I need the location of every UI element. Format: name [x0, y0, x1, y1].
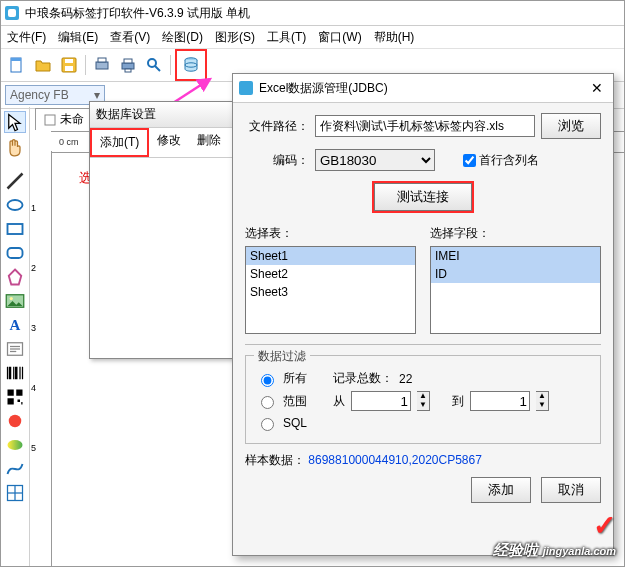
window-titlebar: 中琅条码标签打印软件-V6.3.9 试用版 单机 — [1, 1, 624, 26]
svg-rect-3 — [65, 66, 73, 71]
svg-rect-1 — [11, 58, 21, 61]
zoom-icon[interactable] — [142, 53, 166, 77]
menu-help[interactable]: 帮助(H) — [374, 29, 415, 46]
menu-view[interactable]: 查看(V) — [110, 29, 150, 46]
dialog-title: Excel数据源管理(JDBC) — [259, 80, 388, 97]
list-item[interactable]: Sheet2 — [246, 265, 415, 283]
svg-rect-40 — [45, 115, 55, 125]
watermark-check-icon: ✓ — [593, 509, 616, 542]
image-tool-icon[interactable] — [5, 291, 25, 311]
list-item[interactable]: Sheet1 — [246, 247, 415, 265]
db-add-highlight: 添加(T) — [90, 128, 149, 157]
open-icon[interactable] — [31, 53, 55, 77]
hand-tool-icon[interactable] — [5, 137, 25, 157]
ok-button[interactable]: 添加 — [471, 477, 531, 503]
db-settings-popup: 数据库设置 添加(T) 修改 删除 — [89, 101, 241, 359]
sample-value: 869881000044910,2020CP5867 — [308, 453, 482, 467]
app-icon — [5, 6, 19, 20]
svg-line-11 — [155, 66, 160, 71]
grid-tool-icon[interactable] — [5, 483, 25, 503]
roundrect-tool-icon[interactable] — [5, 243, 25, 263]
filter-group: 数据过滤 所有 记录总数： 22 范围 从 ▲▼ 到 ▲▼ — [245, 355, 601, 444]
encoding-label: 编码： — [245, 152, 309, 169]
list-item[interactable]: IMEI — [431, 247, 600, 265]
menu-file[interactable]: 文件(F) — [7, 29, 46, 46]
print-icon[interactable] — [116, 53, 140, 77]
radio-all[interactable] — [261, 374, 274, 387]
radio-sql[interactable] — [261, 418, 274, 431]
dialog-icon — [239, 81, 253, 95]
test-connection-button[interactable]: 测试连接 — [374, 183, 472, 211]
close-icon[interactable]: ✕ — [587, 80, 607, 96]
menu-edit[interactable]: 编辑(E) — [58, 29, 98, 46]
barcode-tool-icon[interactable] — [5, 363, 25, 383]
line-tool-icon[interactable] — [5, 171, 25, 191]
svg-rect-30 — [8, 390, 14, 396]
db-add-button[interactable]: 添加(T) — [100, 134, 139, 151]
cancel-button[interactable]: 取消 — [541, 477, 601, 503]
table-listbox[interactable]: Sheet1 Sheet2 Sheet3 — [245, 246, 416, 334]
firstrow-label: 首行含列名 — [479, 152, 539, 169]
list-item[interactable]: ID — [431, 265, 600, 283]
text-tool-icon[interactable]: A — [5, 315, 25, 335]
list-item[interactable]: Sheet3 — [246, 283, 415, 301]
from-spinner[interactable]: ▲▼ — [417, 391, 430, 411]
svg-rect-32 — [8, 398, 14, 404]
richtext-tool-icon[interactable] — [5, 339, 25, 359]
to-input[interactable] — [470, 391, 530, 411]
path-input[interactable] — [315, 115, 535, 137]
print-setup-icon[interactable] — [90, 53, 114, 77]
ellipse-tool-icon[interactable] — [5, 195, 25, 215]
gradient-tool-icon[interactable] — [5, 435, 25, 455]
qrcode-tool-icon[interactable] — [5, 387, 25, 407]
filter-group-title: 数据过滤 — [254, 348, 310, 365]
svg-rect-31 — [16, 390, 22, 396]
polygon-tool-icon[interactable] — [5, 267, 25, 287]
radio-all-label: 所有 — [283, 370, 307, 387]
count-value: 22 — [399, 372, 412, 386]
to-label: 到 — [452, 393, 464, 410]
svg-point-36 — [8, 440, 23, 450]
svg-point-15 — [8, 200, 23, 210]
menu-tool[interactable]: 工具(T) — [267, 29, 306, 46]
chevron-down-icon: ▾ — [94, 88, 100, 102]
rect-tool-icon[interactable] — [5, 219, 25, 239]
save-icon[interactable] — [57, 53, 81, 77]
new-icon[interactable] — [5, 53, 29, 77]
sample-label: 样本数据： — [245, 453, 305, 467]
svg-point-35 — [9, 415, 22, 428]
browse-button[interactable]: 浏览 — [541, 113, 601, 139]
database-icon[interactable] — [179, 53, 203, 77]
menu-window[interactable]: 窗口(W) — [318, 29, 361, 46]
encoding-select[interactable]: GB18030 — [315, 149, 435, 171]
window-title: 中琅条码标签打印软件-V6.3.9 试用版 单机 — [25, 5, 250, 22]
db-modify-button[interactable]: 修改 — [149, 128, 189, 157]
db-delete-button[interactable]: 删除 — [189, 128, 229, 157]
svg-point-19 — [10, 297, 13, 300]
radio-range[interactable] — [261, 396, 274, 409]
from-input[interactable] — [351, 391, 411, 411]
svg-rect-17 — [8, 248, 23, 258]
to-spinner[interactable]: ▲▼ — [536, 391, 549, 411]
radio-range-label: 范围 — [283, 393, 307, 410]
field-listbox[interactable]: IMEI ID — [430, 246, 601, 334]
font-combo-value: Agency FB — [10, 88, 69, 102]
path-label: 文件路径： — [245, 118, 309, 135]
curve-tool-icon[interactable] — [5, 459, 25, 479]
menu-draw[interactable]: 绘图(D) — [162, 29, 203, 46]
firstrow-checkbox[interactable] — [463, 154, 476, 167]
fill-tool-icon[interactable] — [5, 411, 25, 431]
svg-rect-5 — [96, 62, 108, 69]
menu-shape[interactable]: 图形(S) — [215, 29, 255, 46]
pointer-tool-icon[interactable] — [4, 111, 26, 133]
test-button-highlight: 测试连接 — [372, 181, 474, 213]
svg-rect-6 — [98, 58, 106, 62]
document-tab[interactable]: 未命 — [35, 108, 93, 130]
svg-line-41 — [173, 79, 210, 103]
db-settings-title: 数据库设置 — [90, 102, 240, 128]
dialog-header: Excel数据源管理(JDBC) ✕ — [233, 74, 613, 103]
svg-rect-7 — [122, 63, 134, 69]
svg-rect-9 — [125, 69, 131, 72]
radio-sql-label: SQL — [283, 416, 307, 430]
from-label: 从 — [333, 393, 345, 410]
